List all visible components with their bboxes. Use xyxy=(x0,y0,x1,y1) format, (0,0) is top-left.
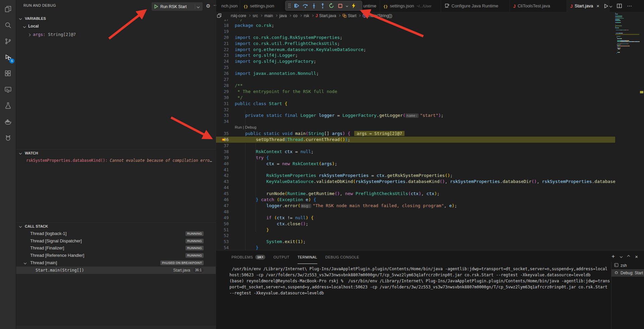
code-line-53[interactable]: 53 System.exit(1); xyxy=(216,239,615,245)
continue-button[interactable] xyxy=(292,1,301,10)
stop-dropdown-chevron[interactable] xyxy=(344,1,349,10)
panel-tab-output[interactable]: OUTPUT xyxy=(273,250,289,264)
code-line-40[interactable]: 40 ctx = new RskContext(args); xyxy=(216,161,615,167)
restart-button[interactable] xyxy=(327,1,336,10)
step-into-button[interactable] xyxy=(310,1,318,10)
tab-configure-java-runtime[interactable]: Configure Java Runtime xyxy=(441,0,510,12)
tab-start-java[interactable]: JStart.java× xyxy=(567,0,609,12)
step-out-button[interactable] xyxy=(318,1,327,10)
code-line-49[interactable]: 49 if (ctx != null) { xyxy=(216,215,615,221)
close-icon[interactable]: × xyxy=(596,3,599,9)
remote-explorer-icon[interactable] xyxy=(4,86,12,94)
variables-section-header[interactable]: VARIABLES xyxy=(16,15,216,22)
breadcrumb-item-rsk[interactable]: rsk xyxy=(304,13,309,18)
code-editor[interactable]: 17 */18package co.rsk;1920import co.rsk.… xyxy=(216,19,644,250)
breadcrumb-item-main-string-[interactable]: main(String[]) xyxy=(363,13,392,18)
call-stack-frame-row[interactable]: Start.main(String[])Start.java36:1 xyxy=(16,267,216,274)
call-stack-thread-row[interactable]: Thread [Signal Dispatcher]RUNNING xyxy=(16,237,216,245)
run-file-button[interactable] xyxy=(604,4,612,8)
code-line-34[interactable]: 34 xyxy=(216,119,615,125)
code-line-25[interactable]: 25 xyxy=(216,64,615,70)
breadcrumb-item-src[interactable]: src xyxy=(253,13,258,18)
code-line-46[interactable]: 46 } catch (Exception e) { xyxy=(216,197,615,203)
close-panel-icon[interactable]: × xyxy=(635,254,638,260)
stop-button[interactable] xyxy=(336,1,344,10)
codelens-run-debug[interactable]: Run | Debug xyxy=(235,125,256,130)
code-line-18[interactable]: 18package co.rsk; xyxy=(216,22,615,29)
code-line-33[interactable]: 33 private static final Logger logger = … xyxy=(216,112,615,119)
source-control-icon[interactable] xyxy=(4,38,12,46)
docker-icon[interactable] xyxy=(4,118,12,126)
watch-expression-row[interactable]: rskSystemProperties.databaseKind(): Cann… xyxy=(26,158,213,163)
breadcrumb-item-rskj-core[interactable]: rskj-core xyxy=(231,13,246,18)
step-over-button[interactable] xyxy=(301,1,310,10)
code-line-26[interactable]: 26import javax.annotation.Nonnull; xyxy=(216,70,615,77)
call-stack-thread-row[interactable]: Thread [Reference Handler]RUNNING xyxy=(16,252,216,259)
editor-more-actions-icon[interactable]: ⋯ xyxy=(627,3,632,9)
tab-clitoolstest-java[interactable]: JCliToolsTest.java xyxy=(510,0,567,12)
breadcrumb-item-start[interactable]: Start xyxy=(342,13,356,18)
variable-args-row[interactable]: args: String[2]@7 xyxy=(28,32,76,37)
code-line-41[interactable]: 41 xyxy=(216,167,615,173)
code-line-28[interactable]: 28/** xyxy=(216,83,615,89)
call-stack-thread-row[interactable]: Thread [logback-1]RUNNING xyxy=(16,230,216,237)
code-line-44[interactable]: 44 xyxy=(216,185,615,191)
code-line-31[interactable]: 31public class Start { xyxy=(216,101,615,107)
terminal-list-item-zsh[interactable]: zsh xyxy=(611,262,644,269)
pet-icon[interactable] xyxy=(4,134,12,142)
testing-icon[interactable] xyxy=(4,102,12,110)
code-line-39[interactable]: 39 try { xyxy=(216,155,615,161)
watch-section-header[interactable]: WATCH xyxy=(16,150,216,157)
code-line-17[interactable]: 17 */ xyxy=(216,19,615,22)
run-config-dropdown[interactable]: Run RSK Start xyxy=(152,2,203,11)
variables-scope-local[interactable]: Local xyxy=(23,24,39,29)
terminal-dropdown-chevron-icon[interactable] xyxy=(620,255,622,257)
code-line-23[interactable]: 23import org.slf4j.Logger; xyxy=(216,52,615,58)
tab-nch-json[interactable]: nch.json xyxy=(216,0,240,12)
panel-tab-terminal[interactable]: TERMINAL xyxy=(298,250,317,264)
code-line-32[interactable]: 32 xyxy=(216,107,615,113)
panel-tab-problems[interactable]: PROBLEMS1K+ xyxy=(231,250,265,264)
code-line-30[interactable]: 30 */ xyxy=(216,95,615,101)
code-line-48[interactable]: 48 xyxy=(216,209,615,215)
explorer-icon[interactable] xyxy=(4,5,12,13)
maximize-panel-icon[interactable] xyxy=(628,255,630,257)
code-line-43[interactable]: 43 KeyValueDataSource.validateDbKind(rsk… xyxy=(216,179,615,185)
code-line-21[interactable]: 21import co.rsk.util.PreflightChecksUtil… xyxy=(216,41,615,47)
code-line-47[interactable]: 47 logger.error(msg:"The RSK node main t… xyxy=(216,203,615,209)
breadcrumb-item-start-java[interactable]: JStart.java xyxy=(316,13,336,18)
code-line-45[interactable]: 45 runNode(Runtime.getRuntime(), new Pre… xyxy=(216,191,615,197)
new-terminal-icon[interactable]: + xyxy=(611,253,615,260)
code-line-22[interactable]: 22import org.ethereum.datasource.KeyValu… xyxy=(216,47,615,53)
current-execution-pointer-icon[interactable] xyxy=(221,137,227,143)
panel-tab-debug-console[interactable]: DEBUG CONSOLE xyxy=(325,250,359,264)
pages-icon[interactable] xyxy=(217,13,222,19)
tab-settings-json[interactable]: {}settings.json~/.../User xyxy=(380,0,441,12)
breadcrumb-item-main[interactable]: main xyxy=(264,13,273,18)
code-line-19[interactable]: 19 xyxy=(216,29,615,35)
minimap[interactable] xyxy=(615,13,639,60)
code-line-54[interactable]: 54 } xyxy=(216,245,615,250)
gear-icon[interactable]: ⚙ xyxy=(206,3,210,9)
split-editor-icon[interactable] xyxy=(617,4,622,8)
terminal-list-item-debug-start[interactable]: Debug: Start xyxy=(611,269,644,277)
code-line-36[interactable]: 36 setUpThread(Thread.currentThread()); xyxy=(216,137,615,143)
code-line-27[interactable]: 27 xyxy=(216,77,615,83)
code-line-38[interactable]: 38 RskContext ctx = null; xyxy=(216,149,615,155)
breadcrumb-item-java[interactable]: java xyxy=(279,13,287,18)
code-line-29[interactable]: 29 * The entrypoint for the RSK full nod… xyxy=(216,89,615,95)
extensions-icon[interactable] xyxy=(4,70,12,78)
code-line-50[interactable]: 50 ctx.close(); xyxy=(216,221,615,227)
run-dropdown-chevron-icon[interactable] xyxy=(197,5,200,8)
terminal-output[interactable]: /usr/bin/env /Library/Internet\ Plug-Ins… xyxy=(229,266,610,296)
code-line-35[interactable]: 35 public static void main(String[] args… xyxy=(216,131,615,137)
run-and-debug-icon[interactable]: 1 xyxy=(4,54,12,62)
hot-code-replace-button[interactable] xyxy=(349,1,358,10)
code-line-52[interactable]: 52 xyxy=(216,233,615,239)
code-line-37[interactable]: 37 xyxy=(216,143,615,149)
code-line-51[interactable]: 51 } xyxy=(216,227,615,233)
call-stack-thread-row[interactable]: Thread [Finalizer]RUNNING xyxy=(16,244,216,252)
search-icon[interactable] xyxy=(4,21,12,30)
code-line-20[interactable]: 20import co.rsk.config.RskSystemProperti… xyxy=(216,35,615,41)
code-line-24[interactable]: 24import org.slf4j.LoggerFactory; xyxy=(216,58,615,64)
